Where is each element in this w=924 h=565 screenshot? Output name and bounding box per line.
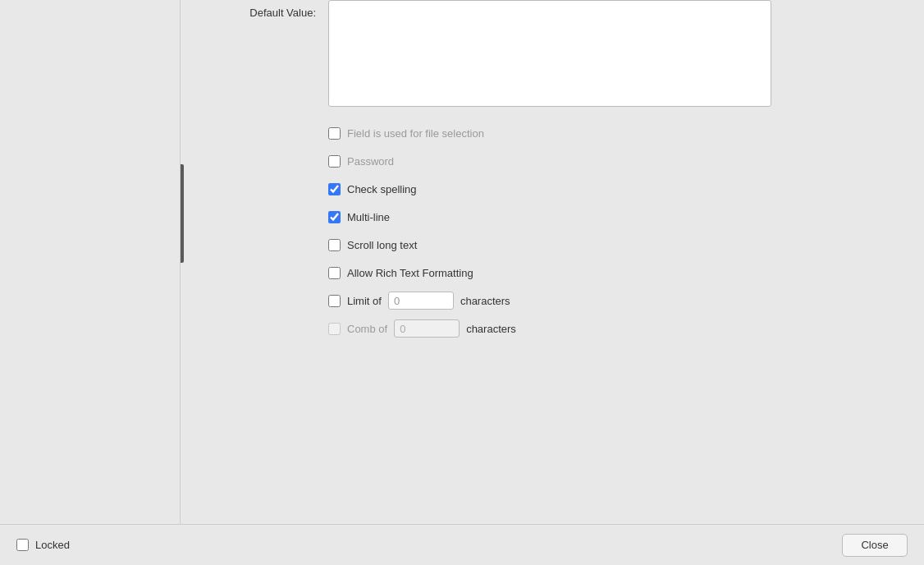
locked-checkbox[interactable] <box>16 539 29 551</box>
limit-of-label[interactable]: Limit of <box>347 295 382 307</box>
comb-of-characters-label: characters <box>466 323 516 335</box>
multi-line-row: Multi-line <box>328 207 908 227</box>
password-checkbox[interactable] <box>328 155 341 168</box>
password-row: Password <box>328 151 908 171</box>
default-value-label: Default Value: <box>197 0 328 19</box>
options-section: Field is used for file selection Passwor… <box>328 123 908 338</box>
allow-rich-text-label[interactable]: Allow Rich Text Formatting <box>347 267 473 279</box>
close-button[interactable]: Close <box>842 534 908 557</box>
password-label[interactable]: Password <box>347 155 394 168</box>
check-spelling-row: Check spelling <box>328 179 908 199</box>
main-container: Default Value: Field is used for file se… <box>0 0 924 565</box>
comb-of-label[interactable]: Comb of <box>347 323 387 335</box>
locked-row: Locked <box>16 539 70 551</box>
check-spelling-checkbox[interactable] <box>328 183 341 195</box>
field-file-selection-row: Field is used for file selection <box>328 123 908 143</box>
comb-of-row: Comb of characters <box>328 319 908 338</box>
side-accent <box>181 164 184 263</box>
scroll-long-text-label[interactable]: Scroll long text <box>347 239 417 251</box>
limit-of-characters-label: characters <box>460 295 510 307</box>
field-file-selection-label[interactable]: Field is used for file selection <box>347 127 484 140</box>
limit-of-checkbox[interactable] <box>328 295 341 307</box>
bottom-bar: Locked Close <box>0 524 924 565</box>
field-file-selection-checkbox[interactable] <box>328 127 341 140</box>
multi-line-checkbox[interactable] <box>328 211 341 223</box>
default-value-row: Default Value: <box>197 0 908 107</box>
content-area: Default Value: Field is used for file se… <box>0 0 924 524</box>
left-sidebar <box>0 0 181 524</box>
allow-rich-text-row: Allow Rich Text Formatting <box>328 263 908 282</box>
limit-of-input[interactable] <box>388 292 454 310</box>
multi-line-label[interactable]: Multi-line <box>347 211 390 223</box>
comb-of-input[interactable] <box>394 319 460 338</box>
comb-of-checkbox[interactable] <box>328 323 341 335</box>
limit-of-row: Limit of characters <box>328 291 908 310</box>
locked-label[interactable]: Locked <box>35 539 70 551</box>
scroll-long-text-row: Scroll long text <box>328 235 908 255</box>
form-panel: Default Value: Field is used for file se… <box>181 0 924 524</box>
check-spelling-label[interactable]: Check spelling <box>347 183 417 195</box>
allow-rich-text-checkbox[interactable] <box>328 267 341 279</box>
default-value-textarea[interactable] <box>328 0 771 107</box>
scroll-long-text-checkbox[interactable] <box>328 239 341 251</box>
